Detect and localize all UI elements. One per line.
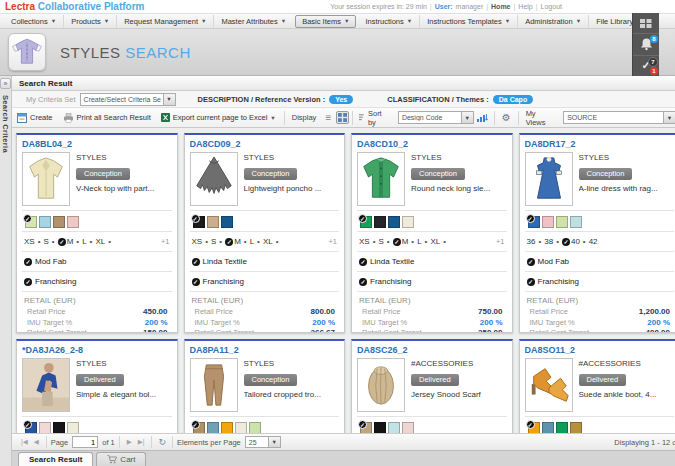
criteria-set-dropdown[interactable]: Create/Select Criteria Se ▼: [80, 93, 176, 106]
color-swatch[interactable]: [388, 422, 400, 433]
menu-instructions[interactable]: Instructions▼: [358, 15, 419, 28]
color-swatch[interactable]: ✓: [25, 422, 37, 433]
color-swatch[interactable]: [221, 216, 233, 228]
color-swatch[interactable]: [221, 422, 233, 433]
color-swatch[interactable]: ✓: [528, 216, 540, 228]
menu-instructions-templates[interactable]: Instructions Templates▼: [419, 15, 517, 28]
color-swatch[interactable]: [53, 216, 65, 228]
retail-value: 200 %: [312, 318, 337, 329]
style-code-link[interactable]: DA8DR17_2: [525, 137, 675, 152]
style-card[interactable]: DA8CD10_2 STYLES Conception Round neck l…: [351, 133, 513, 333]
garment-thumbnail[interactable]: [525, 152, 573, 206]
color-swatch[interactable]: ✓: [528, 422, 540, 433]
my-views-dropdown[interactable]: SOURCE ▼: [563, 111, 675, 124]
color-swatch[interactable]: [374, 422, 386, 433]
selected-check-icon: ✓: [358, 214, 367, 223]
check-icon: ✓: [562, 238, 570, 246]
style-card[interactable]: DA8SC26_2 #ACCESSORIES Delivered Jersey …: [351, 339, 513, 433]
style-card[interactable]: DA8BL04_2 STYLES Conception V-Neck top w…: [16, 133, 178, 333]
color-swatch[interactable]: [556, 422, 568, 433]
next-page-button[interactable]: ▶: [124, 438, 135, 446]
sort-direction-button[interactable]: [474, 110, 491, 126]
color-swatch[interactable]: [39, 216, 51, 228]
color-swatch[interactable]: [542, 216, 554, 228]
style-card[interactable]: *DA8JA26_2-8 STYLES Delivered Simple & e…: [16, 339, 178, 433]
home-link[interactable]: Home: [491, 3, 510, 10]
menu-products[interactable]: Products▼: [63, 15, 116, 28]
style-code-link[interactable]: DA8CD09_2: [190, 137, 340, 152]
garment-thumbnail[interactable]: [357, 358, 405, 412]
garment-thumbnail[interactable]: [22, 358, 70, 412]
print-all-button[interactable]: Print all Search Result: [58, 110, 156, 126]
menu-basic-items[interactable]: Basic Items▼: [295, 15, 356, 28]
color-swatch[interactable]: [207, 216, 219, 228]
color-swatch[interactable]: [67, 422, 79, 433]
export-excel-button[interactable]: Export current page to Excel ▼: [156, 110, 281, 126]
color-swatch[interactable]: [402, 216, 414, 228]
color-swatch[interactable]: [207, 422, 219, 433]
notifications-button[interactable]: 8: [633, 34, 659, 55]
style-card[interactable]: DA8CD09_2 STYLES Conception Lightweight …: [184, 133, 346, 333]
sort-by-dropdown[interactable]: Design Code ▼: [398, 111, 474, 124]
garment-thumbnail[interactable]: [357, 152, 405, 206]
color-swatch[interactable]: [388, 216, 400, 228]
prev-page-button[interactable]: ◀: [31, 438, 42, 446]
menu-request-management[interactable]: Request Management▼: [116, 15, 213, 28]
color-swatch[interactable]: [374, 216, 386, 228]
tab-cart[interactable]: Cart: [96, 452, 146, 466]
color-swatch[interactable]: [67, 216, 79, 228]
style-code-link[interactable]: DA8SC26_2: [357, 343, 507, 358]
style-code-link[interactable]: *DA8JA26_2-8: [22, 343, 172, 358]
color-swatch[interactable]: [235, 422, 247, 433]
color-swatch[interactable]: ✓: [193, 422, 205, 433]
color-swatch[interactable]: ✓: [25, 216, 37, 228]
page-number-input[interactable]: [72, 436, 98, 448]
chevron-down-icon[interactable]: ▼: [461, 112, 473, 123]
style-code-link[interactable]: DA8SO11_2: [525, 343, 675, 358]
color-swatch[interactable]: ✓: [360, 422, 372, 433]
chevron-down-icon[interactable]: ▼: [163, 94, 175, 105]
tab-search-result[interactable]: Search Result: [18, 452, 93, 466]
color-swatch[interactable]: [570, 422, 582, 433]
color-swatch[interactable]: ✓: [193, 216, 205, 228]
elements-per-page-dropdown[interactable]: 25 ▼: [245, 436, 281, 448]
display-grid-toggle[interactable]: [336, 111, 348, 124]
color-swatch[interactable]: [570, 216, 582, 228]
style-card[interactable]: DA8PA11_2 STYLES Conception Tailored cro…: [184, 339, 346, 433]
last-page-button[interactable]: ▶|: [135, 438, 148, 446]
search-criteria-rail[interactable]: » Search Criteria: [0, 76, 12, 466]
garment-thumbnail[interactable]: [22, 152, 70, 206]
panel-switch-button[interactable]: [633, 13, 659, 34]
color-swatch[interactable]: [402, 422, 414, 433]
style-card[interactable]: DA8SO11_2 #ACCESSORIES Delivered Suede a…: [519, 339, 675, 433]
color-swatch[interactable]: [556, 216, 568, 228]
refresh-icon[interactable]: ↻: [156, 437, 168, 447]
color-swatch[interactable]: [39, 422, 51, 433]
chevron-down-icon[interactable]: ▼: [663, 112, 675, 123]
garment-thumbnail[interactable]: [190, 358, 238, 412]
garment-thumbnail[interactable]: [190, 152, 238, 206]
gear-icon[interactable]: ⚙: [498, 112, 515, 123]
garment-thumbnail[interactable]: [525, 358, 573, 412]
menu-master-attributes[interactable]: Master Attributes▼: [213, 15, 293, 28]
menu-collections[interactable]: Collections▼: [4, 15, 63, 28]
style-description: Round neck long sle...: [411, 184, 507, 193]
create-button[interactable]: Create: [12, 110, 58, 126]
color-swatch[interactable]: [542, 422, 554, 433]
style-code-link[interactable]: DA8BL04_2: [22, 137, 172, 152]
style-code-link[interactable]: DA8CD10_2: [357, 137, 507, 152]
chevron-down-icon[interactable]: ▼: [268, 437, 280, 447]
first-page-button[interactable]: |◀: [18, 438, 31, 446]
logout-link[interactable]: Logout: [541, 3, 562, 10]
help-link[interactable]: Help: [518, 3, 532, 10]
expand-search-criteria-button[interactable]: »: [0, 78, 11, 89]
style-code-link[interactable]: DA8PA11_2: [190, 343, 340, 358]
color-swatch[interactable]: [249, 422, 261, 433]
menu-administration[interactable]: Administration▼: [517, 15, 588, 28]
color-swatch[interactable]: ✓: [360, 216, 372, 228]
attribute-row: ✓Franchising: [22, 271, 172, 291]
display-list-toggle[interactable]: ≡: [322, 111, 334, 124]
style-card[interactable]: DA8DR17_2 STYLES Conception A-line dress…: [519, 133, 675, 333]
color-swatch[interactable]: [53, 422, 65, 433]
tasks-button[interactable]: ✓ 7 1: [633, 56, 659, 76]
